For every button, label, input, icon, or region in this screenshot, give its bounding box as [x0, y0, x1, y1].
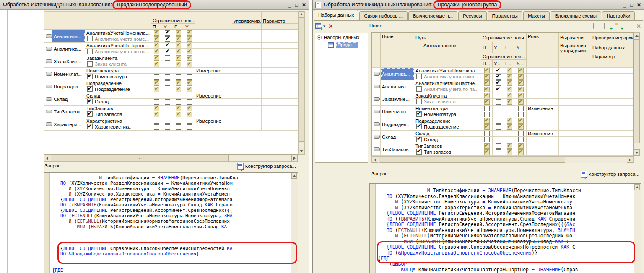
- restriction-checkbox[interactable]: [165, 124, 170, 130]
- field-row[interactable]: Номенклат...НоменклатураИзмерение: [372, 106, 634, 111]
- restriction-checkbox[interactable]: [187, 43, 192, 48]
- restriction-checkbox[interactable]: [484, 74, 490, 80]
- restriction-checkbox[interactable]: [176, 99, 181, 105]
- field-name-cell[interactable]: Аналитика...: [381, 68, 414, 80]
- tab-8[interactable]: Настройки: [602, 11, 635, 20]
- scroll-left-icon[interactable]: [374, 158, 376, 162]
- use-field-checkbox[interactable]: [87, 86, 93, 92]
- query-vscrollbar-right[interactable]: [634, 184, 641, 273]
- minimize-button[interactable]: _: [623, 2, 626, 8]
- restriction-checkbox[interactable]: [176, 80, 181, 86]
- restriction-checkbox[interactable]: [518, 74, 524, 80]
- restriction-checkbox[interactable]: [518, 112, 524, 117]
- restriction-checkbox[interactable]: [165, 43, 170, 48]
- field-name-cell[interactable]: Номенклат...: [52, 68, 85, 80]
- fields-vscrollbar-left[interactable]: [298, 11, 305, 155]
- field-row[interactable]: Аналитика...АналитикаУчетаНоменкла...: [372, 68, 634, 74]
- tree-item-datasets-root[interactable]: Наборы данных: [315, 33, 368, 41]
- restriction-checkbox[interactable]: [165, 80, 170, 86]
- restriction-checkbox[interactable]: [484, 131, 490, 136]
- field-name-cell[interactable]: Номенклат...: [381, 106, 414, 118]
- restriction-checkbox[interactable]: [187, 93, 192, 98]
- tab-1[interactable]: Наборы данных: [314, 10, 358, 20]
- field-name-cell[interactable]: ЗаказКлие...: [381, 93, 414, 106]
- scroll-down-icon[interactable]: [300, 150, 303, 152]
- field-name-cell[interactable]: Аналитика...: [381, 80, 414, 93]
- restriction-checkbox[interactable]: [187, 36, 192, 42]
- use-field-checkbox[interactable]: [87, 36, 93, 41]
- collapse-icon[interactable]: [317, 35, 322, 40]
- maximize-button[interactable]: □: [630, 2, 633, 8]
- field-name-cell[interactable]: Склад: [381, 131, 414, 143]
- restriction-checkbox[interactable]: [518, 143, 524, 149]
- restriction-checkbox[interactable]: [518, 99, 524, 105]
- restriction-checkbox[interactable]: [496, 74, 501, 80]
- use-field-checkbox[interactable]: [416, 136, 422, 142]
- restriction-checkbox[interactable]: [187, 87, 192, 92]
- restriction-checkbox[interactable]: [484, 124, 490, 130]
- restriction-checkbox[interactable]: [165, 118, 170, 124]
- close-button[interactable]: ✕: [302, 2, 306, 8]
- field-path-cell[interactable]: АналитикаУчетаНоменкла...: [85, 30, 151, 36]
- fields-hscrollbar-right[interactable]: ···: [371, 156, 634, 163]
- restriction-checkbox[interactable]: [187, 112, 192, 117]
- restriction-checkbox[interactable]: [187, 55, 192, 61]
- use-field-checkbox[interactable]: [87, 99, 93, 104]
- role-cell[interactable]: Измерение: [195, 93, 232, 99]
- role-cell[interactable]: [527, 80, 559, 86]
- query-builder-link-left[interactable]: Конструктор запроса...: [237, 163, 296, 170]
- add-table-icon[interactable]: [626, 23, 626, 29]
- restriction-checkbox[interactable]: [187, 80, 192, 86]
- restriction-checkbox[interactable]: [496, 80, 501, 86]
- use-field-checkbox[interactable]: [416, 74, 422, 79]
- field-name-cell[interactable]: Аналитика...: [52, 43, 85, 55]
- role-cell[interactable]: [527, 93, 559, 99]
- restriction-checkbox[interactable]: [165, 49, 170, 54]
- field-name-cell[interactable]: Подраздел...: [52, 80, 85, 93]
- restriction-checkbox[interactable]: [507, 87, 512, 92]
- field-row[interactable]: ТипЗапасовТипЗапасов: [44, 106, 298, 111]
- field-row[interactable]: Аналитика...АналитикаУчетаПоПартне...: [44, 43, 298, 49]
- role-cell[interactable]: Измерение: [527, 106, 559, 111]
- role-cell[interactable]: [195, 43, 232, 49]
- role-cell[interactable]: [527, 68, 559, 74]
- field-path-cell[interactable]: Подразделение: [414, 118, 481, 124]
- restriction-checkbox[interactable]: [165, 74, 170, 80]
- restriction-checkbox[interactable]: [496, 124, 501, 130]
- field-name-cell[interactable]: Подраздел...: [381, 118, 414, 131]
- restriction-checkbox[interactable]: [518, 68, 524, 73]
- restriction-checkbox[interactable]: [154, 74, 159, 80]
- restriction-checkbox[interactable]: [496, 149, 501, 155]
- role-cell[interactable]: [195, 30, 232, 36]
- minimize-button[interactable]: _: [288, 2, 291, 8]
- restriction-checkbox[interactable]: [176, 118, 181, 124]
- role-cell[interactable]: Измерение: [195, 68, 232, 74]
- restriction-checkbox[interactable]: [176, 74, 181, 80]
- restriction-checkbox[interactable]: [176, 124, 181, 130]
- restriction-checkbox[interactable]: [187, 30, 192, 36]
- restriction-checkbox[interactable]: [518, 137, 524, 142]
- restriction-checkbox[interactable]: [496, 137, 501, 142]
- use-field-checkbox[interactable]: [416, 111, 422, 117]
- restriction-checkbox[interactable]: [507, 149, 512, 155]
- restriction-checkbox[interactable]: [165, 55, 170, 61]
- scroll-down-icon[interactable]: [635, 152, 639, 154]
- restriction-checkbox[interactable]: [176, 30, 181, 36]
- restriction-checkbox[interactable]: [507, 112, 512, 117]
- restriction-checkbox[interactable]: [484, 99, 490, 105]
- restriction-checkbox[interactable]: [165, 106, 170, 111]
- restriction-checkbox[interactable]: [165, 93, 170, 98]
- restriction-checkbox[interactable]: [154, 36, 159, 42]
- field-row[interactable]: Аналитика...АналитикаУчетаНоменкла...: [44, 30, 298, 36]
- restriction-checkbox[interactable]: [176, 87, 181, 92]
- use-field-checkbox[interactable]: [87, 124, 93, 129]
- restriction-checkbox[interactable]: [176, 36, 181, 42]
- restriction-checkbox[interactable]: [496, 87, 501, 92]
- restriction-checkbox[interactable]: [496, 68, 501, 73]
- restriction-checkbox[interactable]: [507, 74, 512, 80]
- scroll-left-icon[interactable]: [46, 157, 48, 160]
- restriction-checkbox[interactable]: [187, 118, 192, 124]
- restriction-checkbox[interactable]: [507, 143, 512, 149]
- tab-6[interactable]: Макеты: [523, 11, 550, 20]
- restriction-checkbox[interactable]: [176, 62, 181, 67]
